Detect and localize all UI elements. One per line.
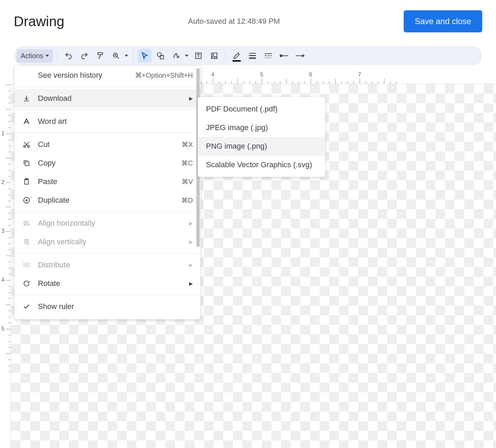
menu-item-copy[interactable]: Copy ⌘C [14,154,200,172]
menu-label: Align vertically [38,237,182,246]
separator [133,50,134,61]
svg-rect-3 [160,55,164,59]
copy-icon [22,159,31,168]
menu-item-word-art[interactable]: Word art [14,112,200,131]
menu-label: Download [38,94,182,103]
actions-label: Actions [21,52,43,60]
svg-rect-12 [268,55,269,56]
chevron-right-icon: ▶ [189,96,193,101]
menu-label: See version history [38,71,128,80]
word-art-icon [22,117,31,126]
autosave-status: Auto-saved at 12:48:49 PM [188,17,280,26]
align-horizontal-icon [22,219,31,228]
menu-divider [14,110,200,110]
svg-rect-20 [296,55,302,56]
toolbar: Actions [14,46,482,65]
svg-rect-7 [249,53,256,54]
menu-label: Rotate [38,279,182,288]
align-vertical-icon [22,237,31,246]
menu-item-distribute: Distribute ▶ [14,256,200,274]
svg-rect-17 [270,57,271,58]
menu-item-rotate[interactable]: Rotate ▶ [14,274,200,293]
submenu-item-svg[interactable]: Scalable Vector Graphics (.svg) [198,156,325,174]
duplicate-icon [22,196,31,205]
menu-divider [14,87,200,87]
menu-label: Cut [38,140,175,149]
line-end-button[interactable] [293,49,307,63]
menu-label: Copy [38,159,174,168]
download-icon [22,94,31,103]
menu-item-cut[interactable]: Cut ⌘X [14,135,200,154]
submenu-item-pdf[interactable]: PDF Document (.pdf) [198,100,325,118]
distribute-icon [22,260,31,269]
page-title: Drawing [14,14,64,29]
menu-item-paste[interactable]: Paste ⌘V [14,172,200,191]
actions-menu: See version history ⌘+Option+Shift+H Dow… [14,66,200,319]
menu-label: Word art [38,117,193,126]
text-box-button[interactable] [192,49,205,63]
vertical-ruler: 12345 [0,84,11,448]
line-start-button[interactable] [277,49,291,63]
line-color-button[interactable] [230,49,244,63]
redo-button[interactable] [78,49,91,63]
svg-rect-13 [270,55,272,56]
zoom-dropdown[interactable] [124,55,129,57]
image-button[interactable] [207,49,221,63]
menu-item-show-ruler[interactable]: Show ruler [14,297,200,316]
line-tool-button[interactable] [169,49,183,63]
menu-divider [14,253,200,254]
separator [225,50,226,61]
svg-rect-0 [98,53,103,55]
svg-rect-30 [27,240,29,245]
menu-item-align-horizontally: Align horizontally ▶ [14,214,200,233]
svg-point-2 [157,53,162,57]
menu-item-duplicate[interactable]: Duplicate ⌘D [14,191,200,210]
menu-item-align-vertically: Align vertically ▶ [14,233,200,251]
menu-item-download[interactable]: Download ▶ [14,89,200,108]
check-icon [22,302,31,311]
svg-rect-10 [265,53,272,54]
menu-label: Duplicate [38,196,174,205]
svg-rect-11 [265,55,267,56]
download-submenu: PDF Document (.pdf) JPEG image (.jpg) PN… [198,97,325,177]
save-and-close-button[interactable]: Save and close [404,10,482,32]
svg-rect-19 [282,55,288,56]
chevron-right-icon: ▶ [189,262,193,268]
actions-menu-button[interactable]: Actions [17,49,53,63]
menu-label: Paste [38,177,175,186]
shape-tool-button[interactable] [154,49,167,63]
zoom-button[interactable] [109,49,123,63]
menu-label: Show ruler [38,302,193,311]
svg-point-6 [213,54,214,55]
line-dropdown[interactable] [184,55,189,57]
chevron-right-icon: ▶ [189,281,193,286]
separator [57,50,58,61]
select-tool-button[interactable] [138,49,152,63]
svg-rect-29 [25,240,26,243]
blank-icon [22,71,31,80]
submenu-item-jpeg[interactable]: JPEG image (.jpg) [198,118,325,137]
menu-shortcut: ⌘V [182,178,193,186]
paint-format-button[interactable] [93,49,107,63]
menu-divider [14,295,200,295]
svg-rect-27 [25,222,28,223]
svg-rect-9 [249,57,256,59]
undo-button[interactable] [62,49,75,63]
rotate-icon [22,279,31,288]
svg-rect-15 [267,57,267,58]
svg-rect-31 [26,264,27,266]
menu-divider [14,133,200,133]
svg-rect-14 [265,57,266,58]
line-dash-button[interactable] [261,49,275,63]
svg-rect-8 [249,55,256,56]
line-weight-button[interactable] [246,49,259,63]
menu-shortcut: ⌘+Option+Shift+H [135,71,193,79]
menu-label: Distribute [38,260,182,269]
svg-rect-16 [268,57,269,58]
svg-rect-23 [25,162,29,166]
menu-shortcut: ⌘D [181,196,193,204]
svg-point-18 [280,54,282,57]
menu-item-version-history[interactable]: See version history ⌘+Option+Shift+H [14,66,200,85]
submenu-item-png[interactable]: PNG image (.png) [198,137,325,156]
menu-divider [14,212,200,212]
